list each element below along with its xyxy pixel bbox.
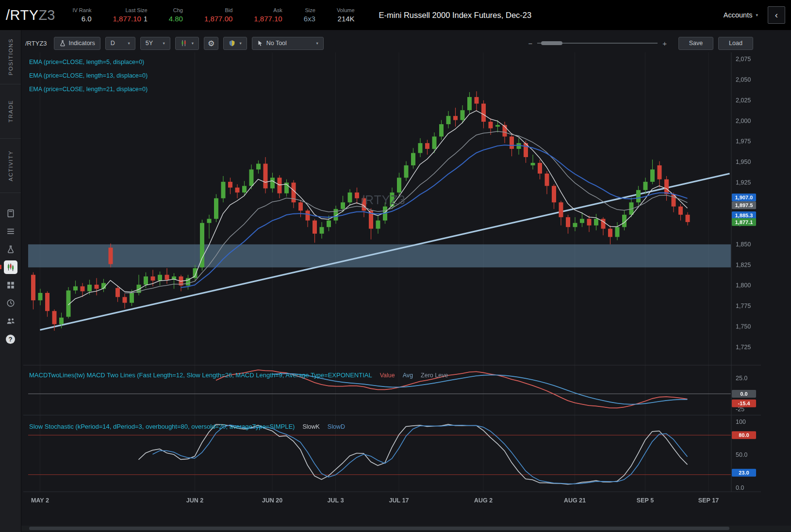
trading-platform-window: /RTYZ3 IV Rank 6.0 Last Size 1,877.101 C…	[0, 0, 791, 532]
zoom-in-icon[interactable]: +	[662, 39, 667, 48]
people-icon[interactable]	[4, 314, 17, 328]
chart-style-dropdown[interactable]: ▾	[175, 37, 199, 50]
chevron-down-icon: ▾	[756, 13, 758, 17]
quote-field-chg: Chg 4.80	[169, 7, 183, 23]
price-chart-canvas[interactable]	[23, 52, 789, 508]
range-dropdown[interactable]: 5Y ▾	[140, 37, 170, 50]
collapse-panel-button[interactable]: ‹	[768, 6, 785, 24]
clock-icon[interactable]	[4, 296, 17, 310]
symbol-block[interactable]: /RTYZ3	[6, 7, 55, 23]
quote-field-bid: Bid 1,877.00	[204, 7, 232, 23]
chevron-down-icon: ▾	[316, 41, 318, 46]
chart-symbol-label: /RTYZ3	[25, 40, 47, 47]
gear-icon[interactable]: ⚙	[204, 37, 218, 50]
flask-icon[interactable]	[4, 242, 17, 256]
sidebar-tab-activity[interactable]: ACTIVITY	[0, 139, 21, 193]
indicators-flask-icon	[59, 40, 66, 47]
accounts-dropdown[interactable]: Accounts ▾	[724, 11, 758, 19]
symbol-contract: Z3	[39, 7, 55, 23]
watchlist-icon[interactable]	[4, 225, 17, 238]
grid-icon[interactable]	[4, 278, 17, 292]
quote-field-size: Size 6x3	[304, 7, 315, 23]
quote-field-volume: Volume 214K	[337, 7, 355, 23]
last-size: 1	[144, 15, 148, 23]
chevron-down-icon: ▾	[192, 41, 194, 46]
last-price: 1,877.10	[113, 15, 141, 23]
charts-icon[interactable]	[4, 260, 17, 274]
save-button[interactable]: Save	[678, 37, 713, 50]
quote-header: /RTYZ3 IV Rank 6.0 Last Size 1,877.101 C…	[0, 0, 791, 30]
horizontal-scrollbar[interactable]	[21, 526, 791, 531]
chart-area: /RTYZ3 Indicators D ▾ 5Y ▾	[21, 30, 791, 532]
sidebar-tab-trade[interactable]: TRADE	[0, 84, 21, 139]
drawing-tools-dropdown[interactable]: ▾	[223, 37, 247, 50]
left-sidebar: POSITIONS TRADE ACTIVITY	[0, 30, 21, 532]
drawing-tools-icon	[229, 40, 235, 47]
chevron-down-icon: ▾	[239, 41, 241, 46]
candlestick-style-icon	[181, 40, 188, 47]
sidebar-icon-rail: ?	[0, 207, 21, 346]
quote-field-iv-rank: IV Rank 6.0	[72, 7, 91, 23]
symbol-root: /RTY	[6, 7, 39, 23]
instrument-title: E-mini Russell 2000 Index Futures, Dec-2…	[379, 11, 532, 20]
quote-field-ask: Ask 1,877.10	[254, 7, 282, 23]
cursor-arrow-icon	[257, 40, 264, 47]
zoom-slider[interactable]	[537, 43, 658, 44]
sidebar-tab-positions[interactable]: POSITIONS	[0, 30, 21, 84]
alert-marker	[0, 265, 1, 269]
calculator-icon[interactable]	[4, 207, 17, 220]
chevron-down-icon: ▾	[163, 41, 165, 46]
chart-toolbar: /RTYZ3 Indicators D ▾ 5Y ▾	[21, 36, 791, 50]
timeframe-dropdown[interactable]: D ▾	[105, 37, 135, 50]
zoom-control: − +	[528, 39, 667, 48]
scrollbar-thumb[interactable]	[29, 527, 729, 530]
indicators-button[interactable]: Indicators	[54, 37, 100, 50]
quote-field-last-size: Last Size 1,877.101	[113, 7, 148, 23]
load-button[interactable]: Load	[718, 37, 753, 50]
chevron-down-icon: ▾	[128, 41, 130, 46]
zoom-out-icon[interactable]: −	[528, 39, 532, 48]
zoom-slider-thumb[interactable]	[541, 41, 562, 45]
help-icon[interactable]: ?	[4, 332, 17, 346]
cursor-tool-dropdown[interactable]: No Tool ▾	[252, 37, 324, 50]
